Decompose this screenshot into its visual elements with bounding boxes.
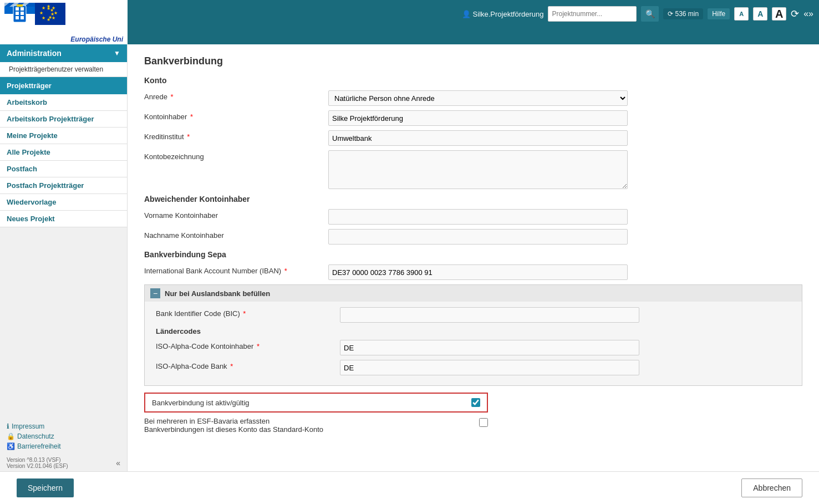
iban-input[interactable] [328, 264, 628, 280]
main-layout: Administration ▼ Projektträgerbenutzer v… [0, 44, 819, 471]
sidebar-item-projekttraeger[interactable]: Projektträger [0, 77, 127, 94]
svg-text:★: ★ [54, 11, 58, 16]
kontobezeichnung-textarea[interactable] [328, 150, 628, 189]
standard-konto-row: Bei mehreren in ESF-Bavaria erfassten Ba… [144, 417, 488, 434]
header-right: 👤 Silke.Projektförderung 🔍 ⟳ 536 min Hil… [128, 0, 819, 28]
timer-badge: ⟳ 536 min [663, 8, 703, 19]
kreditinstitut-input[interactable] [328, 130, 628, 146]
svg-text:★: ★ [42, 6, 45, 11]
kreditinstitut-row: Kreditinstitut * [144, 130, 802, 146]
svg-rect-12 [16, 12, 19, 15]
sidebar-item-neues-projekt[interactable]: Neues Projekt [0, 211, 127, 227]
project-number-input[interactable] [548, 6, 637, 22]
svg-text:★: ★ [42, 16, 45, 21]
anrede-label: Anrede * [144, 90, 322, 101]
kontobezeichnung-label: Kontobezeichnung [144, 150, 322, 161]
iso-kontoinhaber-required: * [257, 342, 260, 350]
sidebar-administration-label: Administration [7, 49, 62, 58]
sidebar-item-postfach[interactable]: Postfach [0, 161, 127, 177]
sub-header: Europäische Uni [0, 28, 819, 44]
refresh-button[interactable]: ⟳ [791, 8, 799, 20]
search-button[interactable]: 🔍 [641, 6, 659, 22]
user-icon: 👤 [462, 10, 471, 18]
kontoinhaber-required: * [190, 113, 193, 121]
svg-rect-13 [21, 12, 24, 15]
datenschutz-label: Datenschutz [17, 432, 54, 440]
page-title: Bankverbindung [144, 55, 802, 67]
font-small-button[interactable]: A [734, 7, 749, 21]
eu-label: Europäische Uni [0, 28, 128, 44]
impressum-label: Impressum [12, 422, 44, 430]
auslandsbank-body: Bank Identifier Code (BIC) * Ländercodes… [145, 302, 802, 385]
version2-label: Version V2.01.046 (ESF) [7, 463, 68, 469]
vorname-input[interactable] [328, 209, 628, 225]
barrierefreiheit-link[interactable]: ♿ Barrierefreiheit [7, 442, 120, 450]
iban-label: International Bank Account Number (IBAN)… [144, 264, 322, 275]
kontoinhaber-input[interactable] [328, 110, 628, 126]
abbrechen-button[interactable]: Abbrechen [741, 478, 802, 497]
sidebar-item-projekttraegerbenutzer[interactable]: Projektträgerbenutzer verwalten [0, 62, 127, 77]
anrede-required: * [171, 93, 174, 101]
svg-rect-16 [17, 4, 23, 7]
barrierefreiheit-label: Barrierefreiheit [17, 442, 61, 450]
kontoinhaber-label: Kontoinhaber * [144, 110, 322, 121]
sidebar-arrow-icon: ▼ [114, 49, 120, 57]
standard-konto-checkbox[interactable] [479, 418, 488, 427]
standard-konto-label-line2: Bankverbindungen ist dieses Konto das St… [144, 425, 474, 434]
iso-kontoinhaber-row: ISO-Alpha-Code Kontoinhaber * [156, 340, 791, 355]
hilfe-button[interactable]: Hilfe [708, 8, 730, 19]
auslandsbank-title: Nur bei Auslandsbank befüllen [165, 289, 270, 298]
anrede-select[interactable]: Natürliche Person ohne Anrede Herr Frau [328, 90, 628, 106]
svg-rect-11 [21, 7, 24, 11]
iso-kontoinhaber-input[interactable] [340, 340, 639, 355]
iso-kontoinhaber-label: ISO-Alpha-Code Kontoinhaber * [156, 340, 333, 350]
speichern-button[interactable]: Speichern [17, 478, 74, 497]
sidebar-item-arbeitskorb-pt[interactable]: Arbeitskorb Projektträger [0, 111, 127, 128]
datenschutz-icon: 🔒 [7, 432, 15, 440]
iso-bank-input[interactable] [340, 360, 639, 375]
bankverbindung-aktiv-checkbox[interactable] [471, 398, 480, 407]
header-top: ★ ★ ★ ★ ★ ★ ★ ★ ★ ★ ★ ★ 👤 Silke.Projektf… [0, 0, 819, 28]
laendercodes-title: Ländercodes [156, 327, 791, 335]
refresh-icon-small: ⟳ [668, 10, 673, 18]
abweichender-section-title: Abweichender Kontoinhaber [144, 195, 802, 203]
sidebar-item-wiedervorlage[interactable]: Wiedervorlage [0, 194, 127, 211]
impressum-icon: ℹ [7, 422, 9, 430]
impressum-link[interactable]: ℹ Impressum [7, 422, 120, 430]
barrierefreiheit-icon: ♿ [7, 442, 15, 450]
standard-konto-label-line1: Bei mehreren in ESF-Bavaria erfassten [144, 417, 474, 425]
bavaria-logo [4, 3, 35, 25]
font-medium-button[interactable]: A [753, 7, 767, 21]
sidebar-item-arbeitskorb[interactable]: Arbeitskorb [0, 94, 127, 111]
sidebar-administration-header[interactable]: Administration ▼ [0, 44, 127, 62]
sidebar-item-meine-projekte[interactable]: Meine Projekte [0, 128, 127, 144]
font-large-button[interactable]: A [772, 7, 786, 21]
sidebar-item-postfach-pt[interactable]: Postfach Projektträger [0, 177, 127, 194]
anrede-row: Anrede * Natürliche Person ohne Anrede H… [144, 90, 802, 106]
iban-required: * [284, 267, 287, 275]
bic-input[interactable] [340, 307, 639, 323]
vorname-row: Vorname Kontoinhaber [144, 209, 802, 225]
auslandsbank-header[interactable]: − Nur bei Auslandsbank befüllen [145, 285, 802, 302]
header-collapse-button[interactable]: «» [803, 9, 813, 19]
nachname-row: Nachname Kontoinhaber [144, 229, 802, 245]
svg-rect-14 [16, 16, 19, 19]
bic-label: Bank Identifier Code (BIC) * [156, 307, 333, 318]
konto-section-title: Konto [144, 76, 802, 85]
username-label: Silke.Projektförderung [473, 10, 544, 18]
iso-bank-required: * [230, 362, 233, 370]
sidebar-item-alle-projekte[interactable]: Alle Projekte [0, 144, 127, 161]
user-info: 👤 Silke.Projektförderung [462, 10, 544, 18]
sidebar-version: Version ^8.0.13 (VSF) Version V2.01.046 … [0, 455, 127, 471]
svg-text:★: ★ [39, 11, 43, 16]
nachname-input[interactable] [328, 229, 628, 245]
auslandsbank-toggle-button[interactable]: − [150, 288, 160, 298]
bic-row: Bank Identifier Code (BIC) * [156, 307, 791, 323]
svg-rect-10 [16, 7, 19, 11]
eu-logo: ★ ★ ★ ★ ★ ★ ★ ★ ★ ★ ★ ★ [35, 3, 65, 25]
sub-header-right [128, 28, 819, 44]
datenschutz-link[interactable]: 🔒 Datenschutz [7, 432, 120, 440]
iban-row: International Bank Account Number (IBAN)… [144, 264, 802, 280]
sidebar-collapse-button[interactable]: « [116, 459, 120, 467]
kreditinstitut-label: Kreditinstitut * [144, 130, 322, 141]
